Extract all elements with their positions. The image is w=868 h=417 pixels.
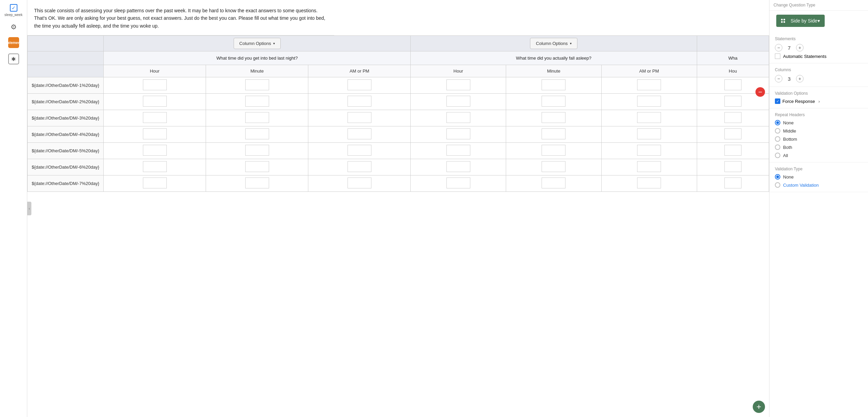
input-cell[interactable]: [348, 161, 371, 172]
input-cell[interactable]: [143, 128, 167, 139]
cell-2-4: [411, 94, 506, 110]
input-cell[interactable]: [446, 177, 470, 188]
question-header-empty: [28, 51, 104, 65]
validation-none-row[interactable]: None: [775, 174, 863, 180]
input-cell[interactable]: [348, 96, 371, 107]
repeat-middle-radio[interactable]: [775, 128, 780, 134]
input-cell[interactable]: [446, 96, 470, 107]
validation-type-section: Validation Type None Custom Validation: [769, 163, 868, 192]
dropdown-chevron-icon: ▾: [818, 18, 820, 24]
repeat-bottom-row[interactable]: Bottom: [775, 136, 863, 142]
input-cell[interactable]: [245, 128, 269, 139]
side-by-side-button[interactable]: Side by Side ▾: [776, 15, 825, 27]
statements-increment-button[interactable]: +: [796, 44, 804, 51]
input-cell[interactable]: [724, 79, 741, 90]
input-cell[interactable]: [637, 112, 661, 123]
repeat-all-radio[interactable]: [775, 153, 780, 158]
input-cell[interactable]: [724, 161, 741, 172]
repeat-both-radio[interactable]: [775, 144, 780, 150]
input-cell[interactable]: [245, 161, 269, 172]
question-header-row: What time did you get into bed last nigh…: [28, 51, 769, 65]
input-cell[interactable]: [348, 177, 371, 188]
iq-icon: Statements: [8, 37, 19, 48]
input-cell[interactable]: [724, 145, 741, 156]
input-cell[interactable]: [348, 79, 371, 90]
input-cell[interactable]: [542, 112, 565, 123]
input-cell[interactable]: [245, 79, 269, 90]
sidebar-item-gear[interactable]: ⚙: [9, 22, 18, 32]
input-cell[interactable]: [143, 161, 167, 172]
sub-header-partial: Hou: [697, 65, 769, 77]
input-cell[interactable]: [245, 112, 269, 123]
input-cell[interactable]: [348, 128, 371, 139]
columns-increment-button[interactable]: +: [796, 75, 804, 82]
input-cell[interactable]: [348, 112, 371, 123]
automatic-statements-checkbox[interactable]: [775, 53, 780, 59]
input-cell[interactable]: [143, 96, 167, 107]
input-cell[interactable]: [446, 79, 470, 90]
input-cell[interactable]: [348, 145, 371, 156]
input-cell[interactable]: [542, 145, 565, 156]
input-cell[interactable]: [446, 128, 470, 139]
sidebar-item-iq[interactable]: Statements: [8, 37, 19, 48]
input-cell[interactable]: [245, 96, 269, 107]
input-cell[interactable]: [143, 79, 167, 90]
input-cell[interactable]: [637, 79, 661, 90]
input-cell[interactable]: [446, 145, 470, 156]
input-cell[interactable]: [143, 145, 167, 156]
add-row-button[interactable]: +: [753, 401, 765, 413]
table-row: ${date://OtherDate/DM/-5%20day}: [28, 143, 769, 159]
sidebar-item-star[interactable]: ✱: [8, 53, 19, 64]
input-cell[interactable]: [446, 112, 470, 123]
input-cell[interactable]: [542, 96, 565, 107]
input-cell[interactable]: [542, 161, 565, 172]
statements-decrement-button[interactable]: −: [775, 44, 782, 51]
input-cell[interactable]: [637, 96, 661, 107]
input-cell[interactable]: [542, 128, 565, 139]
input-cell[interactable]: [637, 145, 661, 156]
input-cell[interactable]: [724, 96, 741, 107]
remove-column-button[interactable]: −: [755, 87, 765, 97]
repeat-none-row[interactable]: None: [775, 120, 863, 125]
force-response-row[interactable]: ✓ Force Response ›: [775, 98, 863, 104]
input-cell[interactable]: [542, 177, 565, 188]
cell-2-3: [308, 94, 411, 110]
repeat-both-row[interactable]: Both: [775, 144, 863, 150]
input-cell[interactable]: [446, 161, 470, 172]
side-by-side-icon: [781, 19, 785, 23]
input-cell[interactable]: [724, 177, 741, 188]
force-response-checkbox[interactable]: ✓: [775, 98, 780, 104]
repeat-none-radio[interactable]: [775, 120, 780, 125]
right-panel: Change Question Type Side by Side ▾ Stat…: [769, 0, 868, 417]
table-container[interactable]: − Column Options ▾ Column Options: [27, 35, 769, 417]
validation-custom-radio[interactable]: [775, 182, 780, 188]
validation-custom-row[interactable]: Custom Validation: [775, 182, 863, 188]
input-cell[interactable]: [245, 177, 269, 188]
input-cell[interactable]: [245, 145, 269, 156]
input-cell[interactable]: [143, 177, 167, 188]
repeat-bottom-radio[interactable]: [775, 136, 780, 142]
input-cell[interactable]: [637, 161, 661, 172]
column-options-button-1[interactable]: Column Options ▾: [234, 38, 281, 49]
collapse-arrow[interactable]: ‹: [27, 202, 31, 215]
validation-none-radio[interactable]: [775, 174, 780, 180]
input-cell[interactable]: [724, 128, 741, 139]
input-cell[interactable]: [143, 112, 167, 123]
column-options-button-2[interactable]: Column Options ▾: [530, 38, 577, 49]
table-row: ${date://OtherDate/DM/-6%20day}: [28, 159, 769, 175]
input-cell[interactable]: [637, 177, 661, 188]
custom-validation-label[interactable]: Custom Validation: [783, 183, 819, 188]
input-cell[interactable]: [637, 128, 661, 139]
row-label-3: ${date://OtherDate/DM/-3%20day}: [28, 110, 104, 126]
repeat-all-row[interactable]: All: [775, 153, 863, 158]
columns-decrement-button[interactable]: −: [775, 75, 782, 82]
force-response-label: Force Response: [782, 99, 815, 104]
repeat-middle-row[interactable]: Middle: [775, 128, 863, 134]
sub-header-hour-2: Hour: [411, 65, 506, 77]
cell-2-1: [104, 94, 206, 110]
columns-counter: − 3 +: [775, 75, 863, 82]
input-cell[interactable]: [724, 112, 741, 123]
sidebar-item-checkbox[interactable]: ✓ sleep_week: [4, 4, 23, 17]
input-cell[interactable]: [542, 79, 565, 90]
automatic-statements-row[interactable]: Automatic Statements: [775, 53, 863, 59]
